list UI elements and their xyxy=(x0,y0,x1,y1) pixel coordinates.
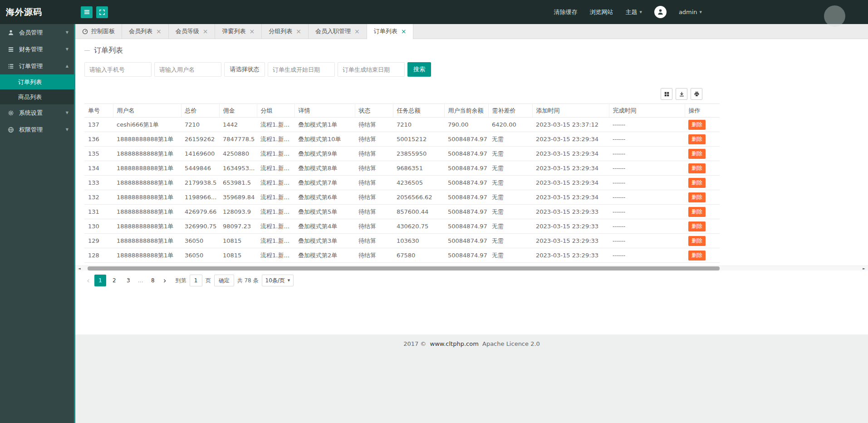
delete-button[interactable]: 删除 xyxy=(688,251,706,261)
close-icon[interactable]: × xyxy=(296,28,301,35)
search-button[interactable]: 搜索 xyxy=(407,62,431,77)
cell-task_total: 9686351 xyxy=(393,161,444,176)
footer-site-link[interactable]: www.cltphp.com xyxy=(430,340,479,347)
start-date-input[interactable] xyxy=(268,62,335,77)
fullscreen-button[interactable] xyxy=(96,6,108,18)
sidebar-item-permission[interactable]: 权限管理▼ xyxy=(0,121,74,138)
theme-label: 主题 xyxy=(625,8,637,16)
table-row: 12818888888888第1单3605010815流程1.新...叠加模式第… xyxy=(84,248,720,263)
user-avatar[interactable] xyxy=(654,6,667,18)
next-page-button[interactable]: › xyxy=(161,275,169,286)
confirm-button[interactable]: 确定 xyxy=(214,275,234,286)
cell-diff: 无需 xyxy=(488,161,532,176)
tab-member-list[interactable]: 会员列表× xyxy=(122,24,169,39)
cell-status: 待结算 xyxy=(355,190,393,205)
cell-status: 待结算 xyxy=(355,161,393,176)
sidebar-toggle-button[interactable] xyxy=(81,6,93,18)
scroll-left-icon[interactable]: ◄ xyxy=(76,266,83,271)
page-button-8[interactable]: 8 xyxy=(147,275,159,286)
tabbar: 控制面板会员列表×会员等级×弹窗列表×分组列表×会员入职管理×订单列表× xyxy=(75,24,868,39)
sidebar-item-label: 系统设置 xyxy=(19,109,66,117)
cell-balance: 50084874.97 xyxy=(444,176,488,190)
tab-group-list[interactable]: 分组列表× xyxy=(262,24,309,39)
cell-id: 128 xyxy=(84,248,113,263)
browse-site-link[interactable]: 浏览网站 xyxy=(589,8,613,16)
cell-status: 待结算 xyxy=(355,176,393,190)
sidebar-subitem-order-list[interactable]: 订单列表 xyxy=(0,74,74,89)
close-icon[interactable]: × xyxy=(156,28,162,35)
column-header-status: 状态 xyxy=(355,104,393,118)
prev-page-button[interactable]: ‹ xyxy=(84,275,92,286)
delete-button[interactable]: 删除 xyxy=(688,236,706,246)
cell-op: 删除 xyxy=(685,161,720,176)
cell-balance: 50084874.97 xyxy=(444,190,488,205)
tab-order-list[interactable]: 订单列表× xyxy=(367,24,414,39)
cell-op: 删除 xyxy=(685,234,720,248)
phone-input[interactable] xyxy=(84,62,152,77)
cell-created: 2023-03-15 23:29:33 xyxy=(532,234,609,248)
sidebar-item-finance[interactable]: 财务管理▼ xyxy=(0,41,74,58)
status-select[interactable]: 请选择状态 xyxy=(224,62,265,77)
cell-created: 2023-03-15 23:29:34 xyxy=(532,190,609,205)
sidebar-item-member[interactable]: 会员管理▼ xyxy=(0,24,74,41)
theme-dropdown[interactable]: 主题 ▼ xyxy=(625,8,642,16)
tab-member-level[interactable]: 会员等级× xyxy=(169,24,216,39)
download-icon xyxy=(679,91,685,97)
delete-button[interactable]: 删除 xyxy=(688,163,706,173)
cell-task_total: 857600.44 xyxy=(393,205,444,219)
cell-commission: 653981.5 xyxy=(219,176,257,190)
cell-username: 18888888888第1单 xyxy=(113,147,181,161)
close-icon[interactable]: × xyxy=(401,28,407,35)
goto-page-input[interactable] xyxy=(190,275,202,286)
cell-group: 流程1.新... xyxy=(257,248,294,263)
page-button-3[interactable]: 3 xyxy=(123,275,134,286)
tab-dashboard[interactable]: 控制面板 xyxy=(75,24,122,39)
cell-commission: 10815 xyxy=(219,248,257,263)
scrollbar-thumb[interactable] xyxy=(88,266,720,271)
tab-label: 会员等级 xyxy=(176,27,199,35)
table-toolbar xyxy=(84,84,720,103)
user-dropdown[interactable]: admin ▼ xyxy=(679,9,702,15)
delete-button[interactable]: 删除 xyxy=(688,149,706,159)
delete-button[interactable]: 删除 xyxy=(688,207,706,217)
sidebar-subitem-goods-list[interactable]: 商品列表 xyxy=(0,89,74,104)
cell-commission: 128093.9 xyxy=(219,205,257,219)
cell-total: 36050 xyxy=(181,234,219,248)
sidebar-item-orders[interactable]: 订单管理▲ xyxy=(0,58,74,74)
delete-button[interactable]: 删除 xyxy=(688,192,706,202)
chevron-down-icon: ▼ xyxy=(288,279,290,282)
delete-button[interactable]: 删除 xyxy=(688,134,706,144)
close-icon[interactable]: × xyxy=(354,28,360,35)
end-date-input[interactable] xyxy=(338,62,405,77)
print-button[interactable] xyxy=(691,88,702,100)
chevron-down-icon: ▼ xyxy=(66,30,69,34)
export-button[interactable] xyxy=(676,88,687,100)
page-title: 订单列表 xyxy=(94,46,123,55)
close-icon[interactable]: × xyxy=(249,28,255,35)
cell-commission: 98097.23 xyxy=(219,219,257,234)
horizontal-scrollbar[interactable]: ◄ ► xyxy=(75,266,868,271)
cell-detail: 叠加模式第6单 xyxy=(294,190,355,205)
clear-cache-link[interactable]: 清除缓存 xyxy=(554,8,577,16)
filter-columns-button[interactable] xyxy=(661,88,672,100)
scroll-right-icon[interactable]: ► xyxy=(860,266,868,271)
footer-licence: Apache Licence 2.0 xyxy=(482,340,540,347)
chevron-up-icon: ▲ xyxy=(66,64,69,68)
delete-button[interactable]: 删除 xyxy=(688,221,706,231)
cell-op: 删除 xyxy=(685,190,720,205)
close-icon[interactable]: × xyxy=(203,28,208,35)
tab-popup-list[interactable]: 弹窗列表× xyxy=(215,24,262,39)
delete-button[interactable]: 删除 xyxy=(688,178,706,188)
delete-button[interactable]: 删除 xyxy=(688,120,706,130)
page-size-select[interactable]: 10条/页▼ xyxy=(262,275,294,286)
cell-status: 待结算 xyxy=(355,132,393,147)
cell-total: 426979.66 xyxy=(181,205,219,219)
page-button-1[interactable]: 1 xyxy=(94,275,106,286)
username-input[interactable] xyxy=(154,62,221,77)
cell-task_total: 67580 xyxy=(393,248,444,263)
page-button-2[interactable]: 2 xyxy=(108,275,120,286)
sidebar-item-system[interactable]: 系统设置▼ xyxy=(0,104,74,121)
cell-op: 删除 xyxy=(685,132,720,147)
tab-member-entry[interactable]: 会员入职管理× xyxy=(309,24,367,39)
cell-id: 137 xyxy=(84,118,113,132)
